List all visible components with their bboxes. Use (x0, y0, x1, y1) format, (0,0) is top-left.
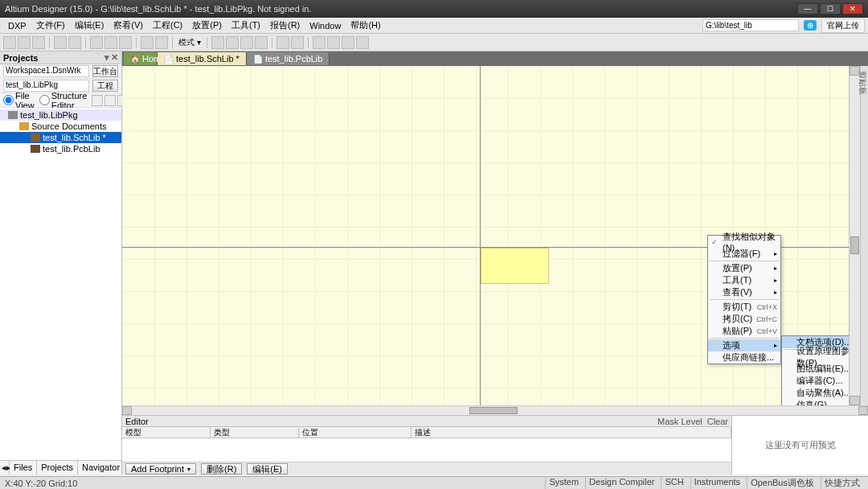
tree-pcblib[interactable]: test_lib.PcbLib (0, 143, 121, 154)
menu-edit[interactable]: 编辑(E) (70, 19, 109, 31)
clear-link[interactable]: Clear (707, 417, 728, 426)
scroll-thumb[interactable] (850, 236, 859, 254)
hscroll-thumb[interactable] (469, 407, 518, 414)
schematic-canvas[interactable]: 查找相似对象(N)... 过滤器(F)▸ 放置(P)▸ 工具(T)▸ 查看(V)… (122, 66, 849, 405)
right-panel-tab[interactable]: 剪贴板 (860, 66, 868, 405)
mode-label[interactable]: 模式 ▾ (177, 37, 203, 48)
view-icon-2[interactable] (104, 95, 116, 106)
tb-grid1[interactable] (313, 36, 326, 49)
ctx-cut[interactable]: 剪切(T)Ctrl+X (708, 301, 780, 313)
menu-view[interactable]: 察看(V) (108, 19, 148, 31)
col-desc[interactable]: 描述 (411, 427, 731, 438)
menu-project[interactable]: 工程(C) (148, 19, 187, 31)
add-footprint-button[interactable]: Add Footprint▾ (125, 463, 196, 475)
cloud-icon[interactable]: ⊕ (804, 20, 817, 31)
tree-schlib[interactable]: test_lib.SchLib * (0, 132, 121, 143)
edit-button[interactable]: 编辑(E) (247, 463, 288, 475)
delete-button[interactable]: 删除(R) (201, 463, 242, 475)
tb-cut[interactable] (90, 36, 103, 49)
status-sch[interactable]: SCH (661, 477, 686, 489)
tb-place4[interactable] (255, 36, 268, 49)
ctx-place[interactable]: 放置(P)▸ (708, 262, 780, 274)
scroll-right-icon[interactable] (858, 406, 868, 415)
tab-pcblib[interactable]: 📄 test_lib.PcbLib (247, 52, 330, 65)
status-openbus[interactable]: OpenBus调色板 (747, 477, 817, 489)
minimize-button[interactable]: — (797, 3, 818, 14)
sub-compiler[interactable]: 编译器(C)... (782, 375, 849, 387)
menu-window[interactable]: Window (305, 21, 346, 31)
ctx-tools[interactable]: 工具(T)▸ (708, 274, 780, 286)
tb-align2[interactable] (291, 36, 304, 49)
ctx-options[interactable]: 选项▸ (708, 339, 780, 351)
ctx-filter[interactable]: 过滤器(F)▸ (708, 248, 780, 260)
panel-pin-icon[interactable]: ▾ (104, 52, 109, 63)
tb-grid4[interactable] (356, 36, 369, 49)
sub-sch-params[interactable]: 设置原理图参数(P)... (782, 351, 849, 363)
tb-place3[interactable] (240, 36, 253, 49)
status-instruments[interactable]: Instruments (690, 477, 743, 489)
horizontal-scrollbar[interactable] (122, 405, 868, 415)
menu-dxp[interactable]: DXP (3, 21, 31, 31)
menu-report[interactable]: 报告(R) (265, 19, 305, 31)
tree-source[interactable]: Source Documents (0, 121, 121, 132)
ctx-supplier[interactable]: 供应商链接... (708, 351, 780, 364)
tb-copy[interactable] (104, 36, 117, 49)
tab-home[interactable]: 🏠 Home (124, 52, 158, 65)
tb-zoom[interactable] (68, 36, 81, 49)
close-button[interactable]: ✕ (842, 3, 863, 14)
file-view-radio[interactable]: File View (3, 91, 35, 110)
stab-files[interactable]: Files (10, 461, 37, 475)
view-icon-1[interactable] (92, 95, 103, 106)
tb-open[interactable] (18, 36, 31, 49)
ctx-view[interactable]: 查看(V)▸ (708, 286, 780, 298)
scroll-left-icon[interactable] (122, 406, 132, 415)
component-body[interactable] (481, 248, 549, 284)
maximize-button[interactable]: ☐ (820, 3, 841, 14)
menu-help[interactable]: 帮助(H) (346, 19, 385, 31)
tb-grid3[interactable] (342, 36, 354, 49)
ctx-find-similar[interactable]: 查找相似对象(N)... (708, 236, 780, 248)
vertical-scrollbar[interactable] (849, 66, 860, 405)
tb-grid2[interactable] (327, 36, 340, 49)
upload-button[interactable]: 官网上传 (821, 18, 865, 33)
sub-sheet-edit[interactable]: 图纸编辑(E)... (782, 363, 849, 375)
structure-editor-radio[interactable]: Structure Editor (39, 91, 88, 110)
status-shortcut[interactable]: 快捷方式 (821, 477, 863, 489)
tb-place1[interactable] (211, 36, 224, 49)
mask-level-link[interactable]: Mask Level (657, 417, 702, 426)
tb-place2[interactable] (226, 36, 239, 49)
menu-tools[interactable]: 工具(T) (227, 19, 265, 31)
tab-schlib[interactable]: 📄 test_lib.SchLib * (158, 52, 247, 65)
menu-place[interactable]: 放置(P) (187, 19, 227, 31)
tb-save[interactable] (32, 36, 45, 49)
model-table-body[interactable] (122, 438, 731, 462)
path-input[interactable] (702, 19, 799, 31)
workspace-select[interactable]: Workspace1.DsnWrk (3, 65, 89, 77)
tb-undo[interactable] (141, 36, 154, 49)
stab-nav[interactable]: ◂▸ (0, 461, 10, 475)
tb-paste[interactable] (119, 36, 132, 49)
project-button[interactable]: 工程 (92, 80, 118, 92)
tb-align1[interactable] (276, 36, 289, 49)
tree-pkg[interactable]: test_lib.LibPkg (0, 109, 121, 121)
col-location[interactable]: 位置 (299, 427, 411, 438)
sub-autofocus[interactable]: 自动聚焦(A)... (782, 387, 849, 399)
tb-redo[interactable] (155, 36, 168, 49)
editor-title: Editor (125, 417, 149, 426)
stab-navigator[interactable]: Navigator (78, 461, 121, 475)
menu-file[interactable]: 文件(F) (31, 19, 70, 31)
tb-new[interactable] (3, 36, 16, 49)
tb-print[interactable] (54, 36, 67, 49)
stab-projects[interactable]: Projects (37, 461, 78, 475)
ctx-paste[interactable]: 粘贴(P)Ctrl+V (708, 325, 780, 337)
panel-close-icon[interactable]: ✕ (111, 52, 118, 63)
sub-sim[interactable]: 仿真(G)... (782, 399, 849, 405)
panel-title: Projects (3, 53, 38, 63)
workspace-button[interactable]: 工作台 (92, 65, 118, 77)
col-model[interactable]: 模型 (122, 427, 211, 438)
ctx-copy[interactable]: 拷贝(C)Ctrl+C (708, 313, 780, 325)
col-type[interactable]: 类型 (211, 427, 299, 438)
status-system[interactable]: System (545, 477, 582, 489)
scroll-down-icon[interactable] (850, 396, 860, 405)
status-compiler[interactable]: Design Compiler (585, 477, 657, 489)
